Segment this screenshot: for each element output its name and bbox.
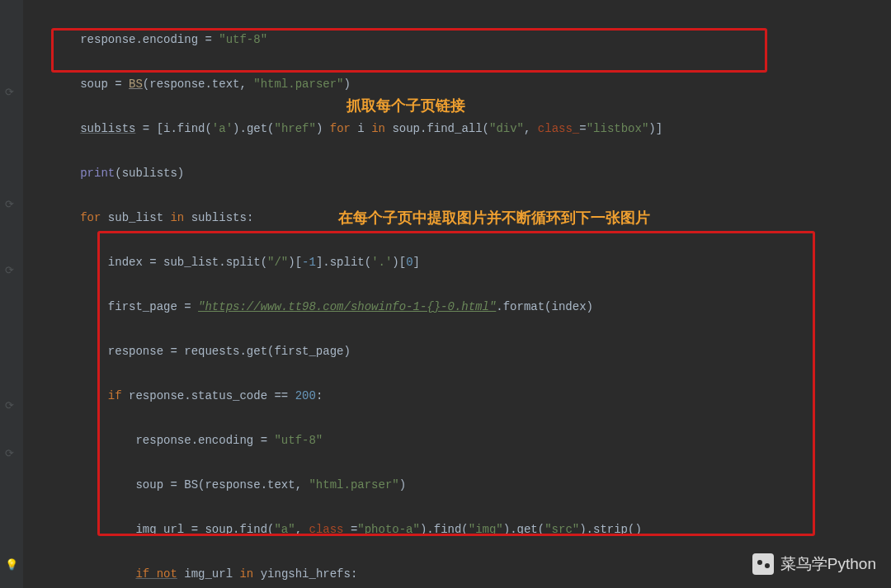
code-line: soup = BS(response.text, "html.parser") [25,73,883,96]
annotation-label-1: 抓取每个子页链接 [346,96,465,115]
gutter: ⟳ ⟳ ⟳ ⟳ ⟳ 💡 [0,0,23,588]
intention-bulb-icon[interactable]: 💡 [5,558,18,572]
gutter-marker-icon: ⟳ [5,264,14,277]
gutter-marker-icon: ⟳ [5,198,14,211]
watermark-text: 菜鸟学Python [780,553,876,575]
annotation-label-2: 在每个子页中提取图片并不断循环到下一张图片 [338,208,650,228]
highlight-box-2 [97,231,815,536]
code-line: print(sublists) [25,162,883,185]
highlight-box-1 [51,28,767,73]
gutter-marker-icon: ⟳ [5,447,14,460]
code-line: sublists = [i.find('a').get("href") for … [25,118,883,140]
gutter-marker-icon: ⟳ [5,399,14,412]
watermark: 菜鸟学Python [752,553,876,575]
wechat-icon [752,553,774,575]
gutter-marker-icon: ⟳ [5,86,14,99]
